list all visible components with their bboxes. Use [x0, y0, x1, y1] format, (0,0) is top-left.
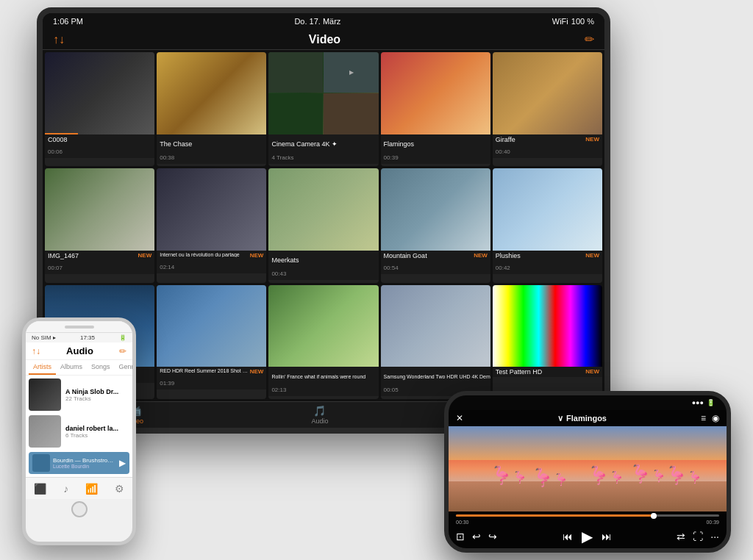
forward10-button[interactable]: ↪ [488, 531, 497, 542]
flamingo-ground [449, 481, 727, 511]
video-thumb-c0008[interactable]: C0008 00:06 [45, 52, 154, 166]
close-button[interactable]: ✕ [456, 413, 463, 423]
flamingo-video-area: 🦩 🦩 🦩 🦩 🦩 [449, 426, 727, 511]
tablet-nav-bar: ↑↓ Video ✏ [43, 29, 604, 50]
skip-forward-button[interactable]: ⏭ [602, 531, 612, 542]
phone-tab-songs[interactable]: Songs [87, 360, 115, 375]
settings-icon[interactable]: ≡ [701, 413, 706, 423]
artist-row-2[interactable]: daniel robert la... 6 Tracks [29, 415, 129, 448]
thumb-title-plushies: Plushies [496, 252, 521, 259]
phone-time: 17:35 [80, 334, 95, 341]
tablet-date: Do. 17. März [294, 17, 340, 26]
shuffle-button[interactable]: ⇄ [677, 531, 685, 542]
now-playing-title: Bourdin — Brushstrokes Echo [53, 457, 116, 464]
sort-icon[interactable]: ↑↓ [53, 33, 65, 46]
thumb-title-meerkats: Meerkats [271, 256, 299, 264]
now-playing-thumb [32, 454, 50, 472]
modern-video-title: ∨ Flamingos [557, 414, 607, 423]
video-thumb-mtngoat[interactable]: Mountain Goat NEW 00:54 [381, 168, 490, 282]
video-thumb-meerkats[interactable]: Meerkats 00:43 [268, 168, 378, 282]
video-nav-title-text: Flamingos [566, 414, 607, 423]
center-controls: ⏮ ▶ ⏭ [563, 528, 612, 545]
more-button[interactable]: ··· [710, 531, 719, 542]
thumb-title-chase: The Chase [160, 140, 192, 148]
thumb-title-redhdr: RED HDR Reel Summer 2018 Shot on RED PiW… [160, 368, 250, 373]
phone-content: A Ninja Slob Dr... 22 Tracks daniel robe… [26, 376, 132, 477]
video-controls: 00:30 00:39 ⊡ ↩ ↪ ⏮ ▶ ⏭ ⇄ ⛶ ··· [449, 511, 727, 548]
thumb-title-testpat: Test Pattern HD [496, 368, 543, 376]
artist-info-2: daniel robert la... 6 Tracks [65, 425, 129, 439]
right-controls: ⇄ ⛶ ··· [677, 531, 719, 542]
phone-nav-icon-3[interactable]: 📶 [85, 483, 98, 495]
thumb-title-rolling: Rollin' France what if animals were roun… [271, 374, 365, 379]
audio-tab-icon: 🎵 [313, 405, 326, 417]
video-thumb-cinema[interactable]: ▶ Cinema Camera 4K ✦ 4 Tracks [268, 52, 378, 166]
thumb-title-mtngoat: Mountain Goat [384, 252, 427, 259]
artist-thumb-1 [29, 378, 61, 411]
phone-screen: ↑↓ Audio ✏ Artists Albums Songs Genres A… [26, 342, 132, 499]
play-button[interactable]: ▶ [582, 528, 593, 545]
sort-phone-icon[interactable]: ↑↓ [32, 346, 40, 356]
tablet-time: 1:06 PM [53, 17, 83, 26]
progress-bar[interactable] [456, 514, 719, 517]
tablet-status-right: WiFi 100 % [552, 17, 594, 26]
iphone-old-device: No SIM ▸ 17:35 🔋 ↑↓ Audio ✏ Artists Albu… [22, 317, 136, 545]
video-thumb-rolling[interactable]: Rollin' France what if animals were roun… [268, 285, 378, 399]
flamingo-5: 🦩 [665, 465, 702, 486]
video-thumb-chase[interactable]: The Chase 00:38 [157, 52, 266, 166]
current-time: 00:30 [456, 520, 469, 525]
thumb-title-samsung: Samsung Wonderland Two HDR UHD 4K Demo..… [384, 374, 490, 379]
modern-video-nav: ✕ ∨ Flamingos ≡ ◉ [449, 410, 727, 426]
now-playing-artist: Lucette Bourdin [53, 464, 116, 469]
modern-signal-icon: ●●● [692, 399, 704, 406]
video-thumb-giraffe[interactable]: Giraffe NEW 00:40 [493, 52, 602, 166]
phone-battery-icon: 🔋 [119, 334, 126, 341]
flamingo-1: 🦩 [490, 465, 527, 486]
modern-nav-right-icons: ≡ ◉ [701, 413, 719, 423]
artist-thumb-2 [29, 415, 61, 448]
edit-icon[interactable]: ✏ [585, 32, 594, 46]
phone-nav-icon-4[interactable]: ⚙ [115, 483, 124, 495]
video-thumb-flamingos[interactable]: Flamingos 00:39 [381, 52, 490, 166]
modern-screen: ●●● 🔋 ✕ ∨ Flamingos ≡ ◉ 🦩 🦩 🦩 🦩 🦩 [449, 395, 727, 548]
video-thumb-internet[interactable]: Internet ou la révolution du partage NEW… [157, 168, 266, 282]
phone-tabs: Artists Albums Songs Genres [26, 360, 132, 376]
rewind10-button[interactable]: ↩ [472, 531, 481, 542]
tab-audio[interactable]: 🎵 Audio [311, 405, 328, 425]
profile-icon[interactable]: ◉ [712, 413, 719, 423]
video-thumb-img1467[interactable]: IMG_1467 NEW 00:07 [45, 168, 154, 282]
fullscreen-button[interactable]: ⛶ [693, 531, 703, 542]
wifi-icon: WiFi [552, 17, 568, 26]
artist-name-1: A Ninja Slob Dr... [65, 388, 129, 395]
video-thumb-samsung[interactable]: Samsung Wonderland Two HDR UHD 4K Demo..… [381, 285, 490, 399]
artist-name-2: daniel robert la... [65, 425, 129, 432]
phone-tab-genres[interactable]: Genres [115, 360, 136, 375]
phone-home-button[interactable] [71, 501, 88, 517]
now-playing-bar[interactable]: Bourdin — Brushstrokes Echo Lucette Bour… [29, 452, 129, 474]
total-time: 00:39 [706, 520, 719, 525]
phone-nav-icon-2[interactable]: ♪ [63, 483, 68, 495]
video-thumb-plushies[interactable]: Plushies NEW 00:42 [493, 168, 602, 282]
video-thumb-redhdr[interactable]: RED HDR Reel Summer 2018 Shot on RED PiW… [157, 285, 266, 399]
phone-top [26, 321, 132, 333]
phone-nav-icon-1[interactable]: ⬛ [34, 483, 46, 495]
airplay-button[interactable]: ⊡ [456, 531, 465, 542]
phone-tab-albums[interactable]: Albums [56, 360, 87, 375]
edit-phone-icon[interactable]: ✏ [119, 346, 126, 356]
thumb-title-img1467: IMG_1467 [48, 252, 79, 259]
flamingo-3: 🦩 [588, 465, 624, 486]
thumb-title-giraffe: Giraffe [496, 136, 515, 143]
thumb-title-flamingos: Flamingos [384, 140, 415, 148]
tablet-title: Video [65, 33, 585, 46]
flamingo-4: 🦩 [629, 464, 666, 484]
artist-row-1[interactable]: A Ninja Slob Dr... 22 Tracks [29, 378, 129, 411]
phone-carrier: No SIM ▸ [32, 334, 56, 341]
play-pause-icon[interactable]: ▶ [119, 458, 126, 468]
phone-speaker [65, 326, 94, 329]
artist-info-1: A Ninja Slob Dr... 22 Tracks [65, 388, 129, 402]
skip-back-button[interactable]: ⏮ [563, 531, 573, 542]
phone-tab-artists[interactable]: Artists [29, 360, 56, 375]
modern-status-right: ●●● 🔋 [692, 399, 715, 406]
now-playing-text: Bourdin — Brushstrokes Echo Lucette Bour… [53, 457, 116, 469]
video-thumb-testpat[interactable]: Test Pattern HD NEW [493, 285, 602, 399]
